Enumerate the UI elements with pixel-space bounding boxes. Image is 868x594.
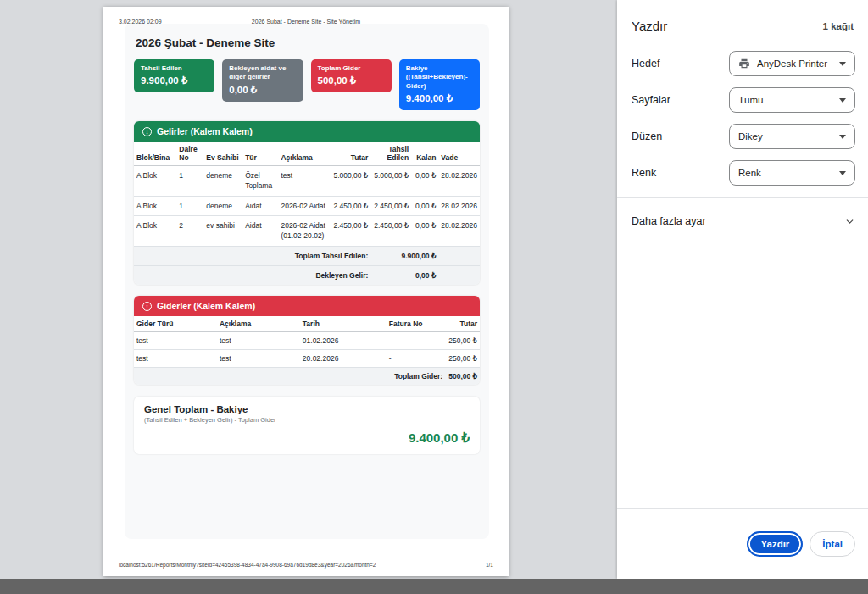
page-footer-url: localhost:5261/Reports/Monthly?siteId=42… — [119, 562, 376, 568]
cell: Aidat — [242, 196, 278, 215]
cell: 20.02.2026 — [300, 350, 387, 368]
caret-down-icon — [839, 98, 846, 103]
panel-divider — [617, 197, 868, 198]
window-bottom-bar — [0, 579, 868, 594]
layout-select[interactable]: Dikey — [729, 124, 855, 149]
arrow-up-circle-icon: ↑ — [142, 302, 152, 311]
cell: 28.02.2026 — [438, 196, 480, 215]
cell: Özel Toplama — [242, 166, 278, 197]
expense-table: Gider Türü Açıklama Tarih Fatura No Tuta… — [134, 316, 480, 385]
caret-down-icon — [839, 171, 846, 175]
print-preview-area[interactable]: 2026 Şubat - Deneme Site - Site Yönetim … — [0, 0, 617, 579]
column-header: Tutar — [445, 316, 480, 332]
total-value: 0,00 ₺ — [370, 266, 438, 286]
income-header-row: Blok/Bina Daire No Ev Sahibi Tür Açıklam… — [134, 142, 480, 166]
cell: Aidat — [242, 216, 278, 247]
print-button[interactable]: Yazdır — [747, 531, 803, 557]
cell: - — [387, 332, 445, 350]
panel-footer: Yazdır İptal — [617, 508, 868, 579]
page-footer-number: 1/1 — [486, 562, 493, 568]
cell: 2026-02 Aidat (01.02-20.02) — [278, 216, 330, 247]
cell: test — [134, 350, 217, 368]
pages-row: Sayfalar Tümü — [632, 87, 855, 113]
summary-cards: Tahsil Edilen 9.900,00 ₺ Bekleyen aidat … — [134, 59, 480, 110]
destination-value: AnyDesk Printer — [757, 58, 829, 69]
cell: 5.000,00 ₺ — [330, 166, 370, 197]
cell: 5.000,00 ₺ — [370, 166, 411, 197]
cell: 1 — [176, 196, 203, 215]
cell: test — [278, 166, 330, 197]
layout-value: Dikey — [738, 131, 829, 142]
total-value: 9.900,00 ₺ — [370, 246, 438, 265]
grand-total-card: Genel Toplam - Bakiye (Tahsil Edilen + B… — [134, 397, 480, 454]
more-settings-toggle[interactable]: Daha fazla ayar — [632, 210, 855, 232]
card-value: 500,00 ₺ — [318, 75, 385, 86]
more-settings-label: Daha fazla ayar — [632, 215, 706, 227]
grand-total-subtitle: (Tahsil Edilen + Bekleyen Gelir) - Topla… — [144, 416, 470, 424]
expense-table-row: test test 20.02.2026 - 250,00 ₺ — [134, 350, 480, 368]
cell: 2 — [176, 216, 203, 247]
print-dialog-panel: Yazdır 1 kağıt Hedef AnyDesk Printer Say… — [617, 0, 868, 579]
layout-row: Düzen Dikey — [632, 124, 855, 149]
caret-down-icon — [839, 135, 846, 139]
column-header: Tarih — [300, 316, 387, 332]
cell: ev sahibi — [203, 216, 242, 247]
report-card: 2026 Şubat - Deneme Site Tahsil Edilen 9… — [125, 24, 489, 539]
color-value: Renk — [738, 168, 829, 178]
destination-row: Hedef AnyDesk Printer — [632, 51, 855, 76]
expense-section: ↑ Giderler (Kalem Kalem) Gider Türü Açık… — [134, 296, 480, 385]
cell: A Blok — [134, 166, 176, 197]
income-section-title: Gelirler (Kalem Kalem) — [157, 126, 253, 136]
cell: test — [217, 350, 300, 368]
card-label: Bekleyen aidat ve diğer gelirler — [229, 64, 296, 82]
summary-card-collected: Tahsil Edilen 9.900,00 ₺ — [134, 59, 214, 92]
destination-select[interactable]: AnyDesk Printer — [729, 51, 855, 76]
color-select[interactable]: Renk — [729, 160, 855, 186]
expense-table-row: test test 01.02.2026 - 250,00 ₺ — [134, 332, 480, 350]
cell: 0,00 ₺ — [411, 196, 438, 215]
caret-down-icon — [839, 62, 846, 66]
cell: 2.450,00 ₺ — [370, 216, 411, 247]
cell: A Blok — [134, 196, 176, 215]
color-label: Renk — [632, 167, 729, 179]
panel-header: Yazdır 1 kağıt — [617, 0, 868, 38]
printer-icon — [738, 58, 750, 69]
cell: 250,00 ₺ — [445, 332, 480, 350]
column-header: Blok/Bina — [134, 142, 176, 166]
column-header: Açıklama — [278, 142, 330, 166]
total-label: Toplam Gider: — [134, 368, 445, 386]
cell: 2.450,00 ₺ — [330, 216, 370, 247]
cancel-button[interactable]: İptal — [810, 531, 855, 557]
expense-section-header: ↑ Giderler (Kalem Kalem) — [134, 296, 480, 316]
column-header: Tür — [242, 142, 278, 166]
cell: test — [134, 332, 217, 350]
income-pending-row: Bekleyen Gelir: 0,00 ₺ — [134, 266, 480, 286]
preview-page: 2026 Şubat - Deneme Site - Site Yönetim … — [103, 7, 509, 576]
column-header: Vade — [438, 142, 480, 166]
cell: 2.450,00 ₺ — [370, 196, 411, 215]
expense-section-title: Giderler (Kalem Kalem) — [157, 301, 255, 311]
expense-total-row: Toplam Gider: 500,00 ₺ — [134, 368, 480, 386]
expense-header-row: Gider Türü Açıklama Tarih Fatura No Tuta… — [134, 316, 480, 332]
layout-label: Düzen — [632, 130, 729, 142]
arrow-down-circle-icon: ↓ — [142, 127, 152, 136]
print-dialog-screen: { "preview": { "page_header": { "datetim… — [0, 0, 868, 594]
income-section-header: ↓ Gelirler (Kalem Kalem) — [134, 121, 480, 142]
income-total-row: Toplam Tahsil Edilen: 9.900,00 ₺ — [134, 246, 480, 265]
cell: deneme — [203, 166, 242, 197]
cell: - — [387, 350, 445, 368]
column-header: Kalan — [411, 142, 438, 166]
summary-card-balance: Bakiye ((Tahsil+Bekleyen)-Gider) 9.400,0… — [399, 59, 480, 110]
color-row: Renk Renk — [632, 160, 855, 186]
cell: 1 — [176, 166, 203, 197]
summary-card-pending: Bekleyen aidat ve diğer gelirler 0,00 ₺ — [222, 59, 303, 102]
report-title: 2026 Şubat - Deneme Site — [136, 36, 480, 49]
pages-select[interactable]: Tümü — [729, 87, 855, 113]
cell: 2.450,00 ₺ — [330, 196, 370, 215]
cell: 2026-02 Aidat — [278, 196, 330, 215]
column-header: Ev Sahibi — [203, 142, 242, 166]
cell: deneme — [203, 196, 242, 215]
income-table-row: A Blok 1 deneme Özel Toplama test 5.000,… — [134, 166, 480, 197]
cell: 28.02.2026 — [438, 166, 480, 197]
pages-value: Tümü — [738, 95, 829, 105]
